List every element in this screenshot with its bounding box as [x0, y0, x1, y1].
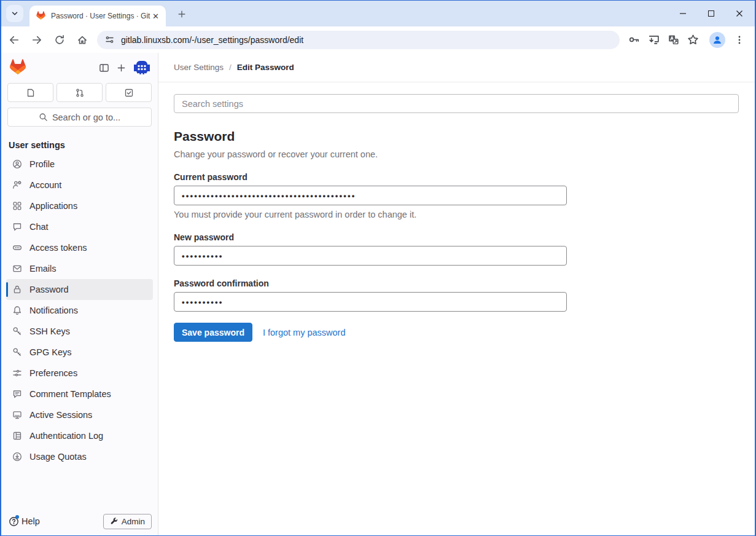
browser-menu-button[interactable] [730, 31, 749, 49]
sidebar-item-password[interactable]: Password [6, 279, 153, 300]
settings-search-input[interactable] [174, 94, 739, 113]
window-controls [669, 1, 754, 26]
sidebar-item-label: Emails [29, 264, 57, 274]
url-text: gitlab.linuxsb.com/-/user_settings/passw… [121, 35, 303, 45]
sidebar-item-access-tokens[interactable]: Access tokens [6, 237, 153, 258]
close-window-button[interactable] [725, 1, 754, 26]
address-bar[interactable]: gitlab.linuxsb.com/-/user_settings/passw… [97, 31, 620, 49]
sidebar-item-ssh-keys[interactable]: SSH Keys [6, 321, 153, 342]
forgot-password-link[interactable]: I forgot my password [263, 328, 346, 337]
sidebar-footer: Help Admin [1, 511, 158, 535]
browser-window: Password · User Settings · Git ✕ gitlab.… [0, 0, 756, 536]
sidebar-item-label: Chat [29, 222, 49, 232]
breadcrumb: User Settings / Edit Password [158, 53, 755, 82]
plus-icon [177, 10, 186, 18]
user-avatar-identicon[interactable] [133, 60, 150, 77]
global-search-label: Search or go to... [52, 112, 120, 122]
new-tab-button[interactable] [174, 6, 189, 22]
new-password-label: New password [174, 232, 567, 242]
sidebar-item-gpg-keys[interactable]: GPG Keys [6, 342, 153, 363]
gitlab-sidebar: Search or go to... User settings Profile… [1, 53, 158, 535]
forward-button[interactable] [27, 30, 47, 50]
current-password-help: You must provide your current password i… [174, 210, 567, 219]
sidebar-item-label: Active Sessions [29, 410, 92, 420]
page-title: Password [174, 129, 739, 144]
sidebar-header [1, 53, 158, 82]
browser-toolbar: gitlab.linuxsb.com/-/user_settings/passw… [1, 26, 755, 53]
sidebar-item-preferences[interactable]: Preferences [6, 363, 153, 384]
token-icon [12, 243, 22, 253]
form-actions: Save password I forgot my password [174, 323, 567, 342]
install-icon [648, 34, 660, 45]
chevron-down-icon [10, 9, 19, 18]
sidebar-item-usage-quotas[interactable]: Usage Quotas [6, 446, 153, 467]
minimize-button[interactable] [669, 1, 697, 26]
help-label: Help [21, 516, 40, 526]
browser-tab[interactable]: Password · User Settings · Git ✕ [29, 6, 166, 26]
sidebar-nav: Profile Account Applications Chat Access… [1, 154, 158, 467]
current-password-input[interactable] [174, 186, 567, 205]
monitor-icon [12, 410, 22, 420]
reload-button[interactable] [50, 30, 69, 50]
sidebar-item-label: Authentication Log [29, 431, 103, 441]
sidebar-item-account[interactable]: Account [6, 175, 153, 195]
sidebar-item-comment-templates[interactable]: Comment Templates [6, 384, 153, 404]
gitlab-page: Search or go to... User settings Profile… [1, 53, 755, 535]
tab-title: Password · User Settings · Git [51, 12, 150, 20]
profile-avatar-icon [712, 34, 723, 45]
translate-button[interactable] [664, 31, 682, 49]
issues-icon [26, 88, 36, 98]
tab-close-icon[interactable]: ✕ [150, 11, 161, 22]
sidebar-toggle-button[interactable] [95, 60, 112, 77]
sidebar-item-label: Account [29, 180, 61, 190]
sidebar-item-active-sessions[interactable]: Active Sessions [6, 404, 153, 425]
bell-icon [12, 305, 22, 315]
toolbar-actions [623, 31, 755, 49]
sidebar-item-label: SSH Keys [29, 326, 70, 336]
bookmark-button[interactable] [684, 31, 702, 49]
global-search-button[interactable]: Search or go to... [7, 108, 152, 127]
kebab-menu-icon [735, 35, 744, 45]
admin-label: Admin [122, 517, 145, 526]
chat-icon [12, 222, 22, 232]
issues-shortcut-button[interactable] [7, 83, 53, 102]
save-password-button[interactable]: Save password [174, 323, 252, 342]
create-new-button[interactable] [112, 60, 130, 77]
help-button[interactable]: Help [9, 516, 40, 527]
admin-button[interactable]: Admin [103, 514, 152, 529]
maximize-button[interactable] [697, 1, 725, 26]
install-app-button[interactable] [644, 31, 663, 49]
new-password-input[interactable] [174, 246, 567, 266]
browser-profile-button[interactable] [709, 32, 725, 48]
sidebar-item-authentication-log[interactable]: Authentication Log [6, 425, 153, 446]
applications-icon [12, 201, 22, 211]
current-password-label: Current password [174, 172, 567, 182]
sidebar-item-notifications[interactable]: Notifications [6, 300, 153, 321]
sidebar-item-profile[interactable]: Profile [6, 154, 153, 175]
sidebar-item-emails[interactable]: Emails [6, 258, 153, 279]
help-notification-dot [15, 515, 19, 519]
password-manager-button[interactable] [625, 31, 643, 49]
back-icon [9, 34, 20, 45]
back-button[interactable] [4, 30, 24, 50]
sliders-icon [12, 368, 22, 378]
password-confirmation-input[interactable] [174, 292, 567, 312]
sidebar-item-label: Applications [29, 201, 77, 211]
sidebar-item-label: Access tokens [29, 243, 87, 253]
sidebar-item-chat[interactable]: Chat [6, 216, 153, 237]
merge-requests-shortcut-button[interactable] [57, 83, 103, 102]
settings-content: User Settings / Edit Password Password C… [158, 53, 755, 535]
sidebar-section-title: User settings [1, 127, 158, 154]
tab-search-button[interactable] [6, 5, 23, 22]
quota-icon [12, 452, 22, 462]
gitlab-logo [9, 59, 27, 77]
todos-shortcut-button[interactable] [106, 83, 152, 102]
change-password-form: Current password You must provide your c… [174, 172, 567, 342]
home-button[interactable] [72, 30, 92, 50]
sidebar-item-label: GPG Keys [29, 347, 72, 357]
breadcrumb-separator: / [229, 63, 232, 72]
breadcrumb-user-settings[interactable]: User Settings [174, 63, 224, 72]
profile-icon [12, 159, 22, 169]
sidebar-item-applications[interactable]: Applications [6, 195, 153, 216]
search-icon [39, 112, 48, 122]
